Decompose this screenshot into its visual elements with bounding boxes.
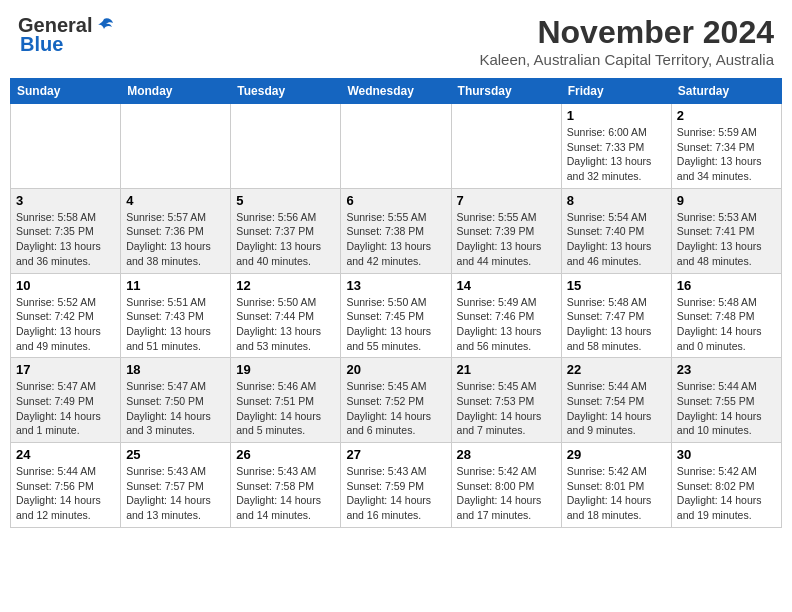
calendar-cell: 17Sunrise: 5:47 AMSunset: 7:49 PMDayligh… bbox=[11, 358, 121, 443]
calendar-cell bbox=[231, 104, 341, 189]
day-info: Sunrise: 5:45 AMSunset: 7:53 PMDaylight:… bbox=[457, 379, 556, 438]
title-block: November 2024 Kaleen, Australian Capital… bbox=[479, 14, 774, 68]
calendar-cell: 19Sunrise: 5:46 AMSunset: 7:51 PMDayligh… bbox=[231, 358, 341, 443]
calendar-week-row: 24Sunrise: 5:44 AMSunset: 7:56 PMDayligh… bbox=[11, 443, 782, 528]
day-number: 3 bbox=[16, 193, 115, 208]
calendar-cell: 8Sunrise: 5:54 AMSunset: 7:40 PMDaylight… bbox=[561, 188, 671, 273]
calendar-cell: 22Sunrise: 5:44 AMSunset: 7:54 PMDayligh… bbox=[561, 358, 671, 443]
calendar-cell: 9Sunrise: 5:53 AMSunset: 7:41 PMDaylight… bbox=[671, 188, 781, 273]
day-number: 12 bbox=[236, 278, 335, 293]
day-info: Sunrise: 5:52 AMSunset: 7:42 PMDaylight:… bbox=[16, 295, 115, 354]
calendar-cell: 29Sunrise: 5:42 AMSunset: 8:01 PMDayligh… bbox=[561, 443, 671, 528]
calendar-cell: 6Sunrise: 5:55 AMSunset: 7:38 PMDaylight… bbox=[341, 188, 451, 273]
calendar-cell: 24Sunrise: 5:44 AMSunset: 7:56 PMDayligh… bbox=[11, 443, 121, 528]
day-info: Sunrise: 5:48 AMSunset: 7:48 PMDaylight:… bbox=[677, 295, 776, 354]
day-number: 23 bbox=[677, 362, 776, 377]
day-info: Sunrise: 5:47 AMSunset: 7:50 PMDaylight:… bbox=[126, 379, 225, 438]
day-info: Sunrise: 5:46 AMSunset: 7:51 PMDaylight:… bbox=[236, 379, 335, 438]
day-number: 11 bbox=[126, 278, 225, 293]
day-number: 7 bbox=[457, 193, 556, 208]
day-number: 19 bbox=[236, 362, 335, 377]
day-number: 1 bbox=[567, 108, 666, 123]
weekday-header-saturday: Saturday bbox=[671, 79, 781, 104]
day-number: 6 bbox=[346, 193, 445, 208]
day-number: 25 bbox=[126, 447, 225, 462]
day-number: 16 bbox=[677, 278, 776, 293]
logo: General Blue bbox=[18, 14, 116, 56]
weekday-header-monday: Monday bbox=[121, 79, 231, 104]
calendar-cell: 13Sunrise: 5:50 AMSunset: 7:45 PMDayligh… bbox=[341, 273, 451, 358]
day-number: 30 bbox=[677, 447, 776, 462]
calendar-table: SundayMondayTuesdayWednesdayThursdayFrid… bbox=[10, 78, 782, 528]
calendar-cell: 5Sunrise: 5:56 AMSunset: 7:37 PMDaylight… bbox=[231, 188, 341, 273]
day-number: 13 bbox=[346, 278, 445, 293]
calendar-cell: 21Sunrise: 5:45 AMSunset: 7:53 PMDayligh… bbox=[451, 358, 561, 443]
calendar-cell bbox=[11, 104, 121, 189]
calendar-cell: 27Sunrise: 5:43 AMSunset: 7:59 PMDayligh… bbox=[341, 443, 451, 528]
calendar-cell: 25Sunrise: 5:43 AMSunset: 7:57 PMDayligh… bbox=[121, 443, 231, 528]
day-number: 14 bbox=[457, 278, 556, 293]
calendar-week-row: 17Sunrise: 5:47 AMSunset: 7:49 PMDayligh… bbox=[11, 358, 782, 443]
calendar-cell: 20Sunrise: 5:45 AMSunset: 7:52 PMDayligh… bbox=[341, 358, 451, 443]
calendar-cell bbox=[451, 104, 561, 189]
day-info: Sunrise: 5:43 AMSunset: 7:58 PMDaylight:… bbox=[236, 464, 335, 523]
calendar-cell: 7Sunrise: 5:55 AMSunset: 7:39 PMDaylight… bbox=[451, 188, 561, 273]
day-info: Sunrise: 5:42 AMSunset: 8:00 PMDaylight:… bbox=[457, 464, 556, 523]
calendar-cell: 26Sunrise: 5:43 AMSunset: 7:58 PMDayligh… bbox=[231, 443, 341, 528]
day-number: 28 bbox=[457, 447, 556, 462]
day-info: Sunrise: 5:44 AMSunset: 7:56 PMDaylight:… bbox=[16, 464, 115, 523]
day-info: Sunrise: 5:50 AMSunset: 7:45 PMDaylight:… bbox=[346, 295, 445, 354]
day-info: Sunrise: 5:53 AMSunset: 7:41 PMDaylight:… bbox=[677, 210, 776, 269]
page-header: General Blue November 2024 Kaleen, Austr… bbox=[10, 10, 782, 72]
day-number: 2 bbox=[677, 108, 776, 123]
day-info: Sunrise: 6:00 AMSunset: 7:33 PMDaylight:… bbox=[567, 125, 666, 184]
day-number: 29 bbox=[567, 447, 666, 462]
day-info: Sunrise: 5:55 AMSunset: 7:38 PMDaylight:… bbox=[346, 210, 445, 269]
calendar-week-row: 10Sunrise: 5:52 AMSunset: 7:42 PMDayligh… bbox=[11, 273, 782, 358]
day-number: 27 bbox=[346, 447, 445, 462]
calendar-cell: 4Sunrise: 5:57 AMSunset: 7:36 PMDaylight… bbox=[121, 188, 231, 273]
weekday-header-sunday: Sunday bbox=[11, 79, 121, 104]
day-info: Sunrise: 5:54 AMSunset: 7:40 PMDaylight:… bbox=[567, 210, 666, 269]
day-number: 24 bbox=[16, 447, 115, 462]
calendar-cell: 14Sunrise: 5:49 AMSunset: 7:46 PMDayligh… bbox=[451, 273, 561, 358]
day-info: Sunrise: 5:47 AMSunset: 7:49 PMDaylight:… bbox=[16, 379, 115, 438]
day-info: Sunrise: 5:55 AMSunset: 7:39 PMDaylight:… bbox=[457, 210, 556, 269]
weekday-header-friday: Friday bbox=[561, 79, 671, 104]
day-info: Sunrise: 5:57 AMSunset: 7:36 PMDaylight:… bbox=[126, 210, 225, 269]
calendar-cell: 11Sunrise: 5:51 AMSunset: 7:43 PMDayligh… bbox=[121, 273, 231, 358]
day-info: Sunrise: 5:48 AMSunset: 7:47 PMDaylight:… bbox=[567, 295, 666, 354]
day-info: Sunrise: 5:44 AMSunset: 7:55 PMDaylight:… bbox=[677, 379, 776, 438]
day-number: 10 bbox=[16, 278, 115, 293]
logo-blue: Blue bbox=[20, 33, 63, 56]
weekday-header-thursday: Thursday bbox=[451, 79, 561, 104]
calendar-week-row: 3Sunrise: 5:58 AMSunset: 7:35 PMDaylight… bbox=[11, 188, 782, 273]
calendar-cell: 12Sunrise: 5:50 AMSunset: 7:44 PMDayligh… bbox=[231, 273, 341, 358]
day-info: Sunrise: 5:45 AMSunset: 7:52 PMDaylight:… bbox=[346, 379, 445, 438]
logo-bird-icon bbox=[93, 15, 115, 37]
calendar-week-row: 1Sunrise: 6:00 AMSunset: 7:33 PMDaylight… bbox=[11, 104, 782, 189]
calendar-cell bbox=[341, 104, 451, 189]
calendar-cell: 16Sunrise: 5:48 AMSunset: 7:48 PMDayligh… bbox=[671, 273, 781, 358]
day-info: Sunrise: 5:59 AMSunset: 7:34 PMDaylight:… bbox=[677, 125, 776, 184]
day-info: Sunrise: 5:58 AMSunset: 7:35 PMDaylight:… bbox=[16, 210, 115, 269]
calendar-cell: 30Sunrise: 5:42 AMSunset: 8:02 PMDayligh… bbox=[671, 443, 781, 528]
calendar-cell: 10Sunrise: 5:52 AMSunset: 7:42 PMDayligh… bbox=[11, 273, 121, 358]
month-title: November 2024 bbox=[479, 14, 774, 51]
day-info: Sunrise: 5:50 AMSunset: 7:44 PMDaylight:… bbox=[236, 295, 335, 354]
day-info: Sunrise: 5:43 AMSunset: 7:57 PMDaylight:… bbox=[126, 464, 225, 523]
calendar-cell: 3Sunrise: 5:58 AMSunset: 7:35 PMDaylight… bbox=[11, 188, 121, 273]
day-number: 20 bbox=[346, 362, 445, 377]
weekday-header-row: SundayMondayTuesdayWednesdayThursdayFrid… bbox=[11, 79, 782, 104]
day-number: 9 bbox=[677, 193, 776, 208]
calendar-cell: 2Sunrise: 5:59 AMSunset: 7:34 PMDaylight… bbox=[671, 104, 781, 189]
calendar-cell: 28Sunrise: 5:42 AMSunset: 8:00 PMDayligh… bbox=[451, 443, 561, 528]
day-number: 17 bbox=[16, 362, 115, 377]
location: Kaleen, Australian Capital Territory, Au… bbox=[479, 51, 774, 68]
calendar-cell: 1Sunrise: 6:00 AMSunset: 7:33 PMDaylight… bbox=[561, 104, 671, 189]
day-info: Sunrise: 5:42 AMSunset: 8:01 PMDaylight:… bbox=[567, 464, 666, 523]
day-number: 8 bbox=[567, 193, 666, 208]
day-info: Sunrise: 5:56 AMSunset: 7:37 PMDaylight:… bbox=[236, 210, 335, 269]
calendar-cell: 15Sunrise: 5:48 AMSunset: 7:47 PMDayligh… bbox=[561, 273, 671, 358]
day-info: Sunrise: 5:44 AMSunset: 7:54 PMDaylight:… bbox=[567, 379, 666, 438]
